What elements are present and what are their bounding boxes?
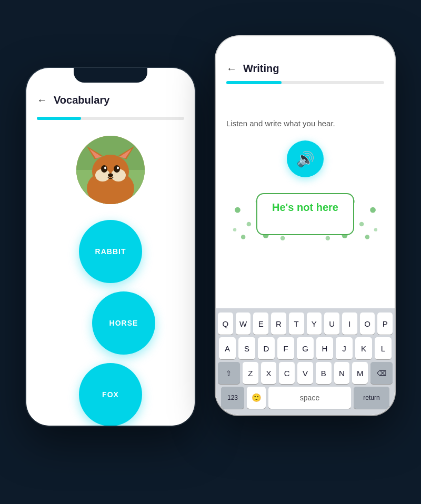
keyboard-area: Q W E R T Y U I O P A S D <box>216 308 395 415</box>
phone-left: ← Vocabulary <box>26 68 195 426</box>
key-t[interactable]: T <box>289 313 304 335</box>
key-g[interactable]: G <box>297 337 314 359</box>
key-b[interactable]: B <box>316 362 332 384</box>
listen-instruction: Listen and write what you hear. <box>226 119 335 128</box>
svg-point-22 <box>370 207 376 213</box>
space-key[interactable]: space <box>268 387 351 409</box>
answer-pill: He's not here <box>256 193 354 235</box>
keyboard-bottom-row: 123 🙂 space return <box>218 387 393 409</box>
key-e[interactable]: E <box>253 313 268 335</box>
back-arrow-right[interactable]: ← <box>226 63 237 75</box>
key-x[interactable]: X <box>261 362 277 384</box>
keyboard-row-1: Q W E R T Y U I O P <box>218 313 393 335</box>
svg-point-17 <box>233 228 236 231</box>
emoji-key[interactable]: 🙂 <box>247 387 266 409</box>
horse-button[interactable]: HORSE <box>92 291 155 355</box>
key-j[interactable]: J <box>336 337 353 359</box>
svg-point-10 <box>101 165 107 173</box>
key-y[interactable]: Y <box>307 313 322 335</box>
fox-button[interactable]: FOX <box>79 363 142 426</box>
key-u[interactable]: U <box>324 313 339 335</box>
key-o[interactable]: O <box>360 313 375 335</box>
writing-title: Writing <box>243 63 279 75</box>
vocab-buttons: RABBIT HORSE FOX <box>37 220 184 426</box>
svg-point-14 <box>108 174 113 177</box>
phone-right: ← Writing Listen and write what you hear… <box>216 36 395 415</box>
status-bar-right <box>216 36 395 52</box>
svg-point-26 <box>365 235 370 239</box>
svg-point-23 <box>359 222 364 227</box>
svg-point-15 <box>235 207 240 213</box>
svg-point-21 <box>280 236 285 240</box>
vocab-progress-fill <box>37 117 81 120</box>
svg-point-28 <box>326 236 330 240</box>
phone-right-content: ← Writing Listen and write what you hear… <box>216 52 395 415</box>
key-c[interactable]: C <box>279 362 295 384</box>
key-z[interactable]: Z <box>243 362 258 384</box>
key-r[interactable]: R <box>271 313 286 335</box>
keyboard-row-3: ⇧ Z X C V B N M ⌫ <box>218 362 393 384</box>
writing-body: Listen and write what you hear. 🔊 <box>216 108 395 308</box>
shift-key[interactable]: ⇧ <box>218 362 240 384</box>
key-k[interactable]: K <box>355 337 372 359</box>
vocab-header: ← Vocabulary <box>37 89 184 106</box>
writing-progress-bar <box>226 81 384 84</box>
writing-progress-fill <box>226 81 282 84</box>
back-arrow-left[interactable]: ← <box>37 94 47 106</box>
svg-point-24 <box>374 228 377 231</box>
delete-key[interactable]: ⌫ <box>370 362 393 384</box>
answer-area: He's not here <box>226 193 384 235</box>
svg-point-12 <box>104 167 106 169</box>
key-m[interactable]: M <box>352 362 368 384</box>
speaker-button[interactable]: 🔊 <box>287 140 324 177</box>
answer-text: He's not here <box>272 201 338 213</box>
svg-point-13 <box>117 167 119 169</box>
keyboard-row-2: A S D F G H J K L <box>218 337 393 359</box>
svg-point-16 <box>247 222 252 227</box>
key-v[interactable]: V <box>297 362 313 384</box>
fox-image-container <box>37 136 184 204</box>
writing-header: ← Writing <box>216 52 395 108</box>
vocab-progress-bar <box>37 117 184 120</box>
key-l[interactable]: L <box>375 337 392 359</box>
svg-point-19 <box>241 235 246 239</box>
notch-left <box>74 68 147 83</box>
vocab-title: Vocabulary <box>54 94 109 106</box>
rabbit-button[interactable]: RABBIT <box>79 220 142 283</box>
key-a[interactable]: A <box>219 337 236 359</box>
fox-svg <box>76 136 145 204</box>
phones-container: ← Vocabulary <box>26 36 395 468</box>
key-p[interactable]: P <box>377 313 393 335</box>
speaker-icon: 🔊 <box>296 150 315 168</box>
key-i[interactable]: I <box>342 313 357 335</box>
key-q[interactable]: Q <box>218 313 233 335</box>
fox-circle <box>76 136 145 204</box>
svg-point-11 <box>114 165 120 173</box>
key-f[interactable]: F <box>277 337 294 359</box>
key-d[interactable]: D <box>258 337 275 359</box>
key-n[interactable]: N <box>334 362 350 384</box>
key-w[interactable]: W <box>236 313 251 335</box>
key-s[interactable]: S <box>238 337 255 359</box>
numbers-key[interactable]: 123 <box>221 387 244 409</box>
key-h[interactable]: H <box>316 337 333 359</box>
return-key[interactable]: return <box>354 387 389 409</box>
